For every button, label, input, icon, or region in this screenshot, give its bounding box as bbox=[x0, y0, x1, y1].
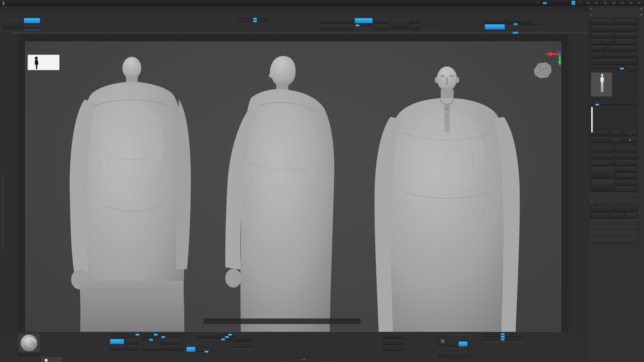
smt-toggle[interactable] bbox=[24, 18, 40, 23]
canvas-area[interactable] bbox=[17, 34, 569, 334]
grp-toggle-2[interactable] bbox=[448, 342, 458, 347]
all-high-button[interactable] bbox=[614, 153, 637, 159]
copy-tool-button[interactable] bbox=[591, 32, 613, 38]
topological-button[interactable] bbox=[234, 333, 251, 342]
bottom-tray-divider[interactable] bbox=[281, 359, 300, 361]
load-tool-button[interactable] bbox=[591, 19, 613, 25]
quicksave-button[interactable] bbox=[536, 1, 540, 5]
minimize-button[interactable]: ▾ bbox=[620, 1, 625, 5]
draw-size-slider[interactable] bbox=[142, 335, 184, 335]
zadd-toggle[interactable] bbox=[110, 339, 124, 344]
projectall-button[interactable] bbox=[197, 333, 220, 338]
backfacemask-button[interactable] bbox=[234, 343, 251, 348]
current-tool-thumbnail[interactable] bbox=[591, 72, 612, 97]
tray-left-button[interactable] bbox=[443, 352, 465, 357]
load-tools-from-project-button[interactable] bbox=[591, 26, 637, 31]
m-toggle[interactable] bbox=[127, 345, 138, 350]
export-button[interactable] bbox=[374, 24, 390, 29]
move-up-button[interactable]: ↑ bbox=[610, 130, 623, 136]
del-all-button[interactable] bbox=[616, 186, 637, 192]
goz-all-button[interactable] bbox=[604, 52, 616, 58]
merge-section[interactable]: • bbox=[590, 199, 638, 205]
append-button[interactable] bbox=[616, 167, 637, 172]
rename-button[interactable] bbox=[591, 147, 613, 152]
export-button-2[interactable] bbox=[438, 352, 442, 357]
inverse-button[interactable] bbox=[160, 339, 182, 344]
zapplink-button[interactable] bbox=[391, 18, 412, 29]
close-button[interactable]: ✕ bbox=[637, 1, 642, 5]
reload-icon[interactable]: ↺ bbox=[640, 7, 642, 10]
sdiv-slider[interactable] bbox=[24, 24, 40, 30]
size-slider[interactable] bbox=[237, 21, 270, 22]
insert-button[interactable] bbox=[616, 173, 637, 179]
list-all-button[interactable] bbox=[591, 130, 609, 136]
remesh-section[interactable] bbox=[590, 225, 638, 231]
rgb-toggle[interactable] bbox=[110, 345, 126, 350]
mask-toggle[interactable] bbox=[485, 24, 505, 29]
texture-on-button[interactable] bbox=[234, 349, 251, 354]
duplicate-button[interactable] bbox=[591, 167, 615, 178]
weld-button[interactable] bbox=[611, 213, 624, 218]
focal-shift-slider[interactable] bbox=[142, 337, 184, 338]
mergevisible-button[interactable] bbox=[591, 213, 610, 218]
sculpt-figure-back[interactable] bbox=[70, 57, 191, 332]
default-zscript-button[interactable] bbox=[578, 1, 582, 5]
restore-button[interactable]: ▢ bbox=[628, 1, 634, 5]
z-intensity-slider[interactable] bbox=[110, 335, 138, 335]
reload-icon[interactable]: ↺ bbox=[640, 13, 642, 16]
visible-count-slider[interactable] bbox=[591, 104, 637, 105]
split-section[interactable] bbox=[590, 193, 638, 199]
decimate-current-button[interactable] bbox=[321, 18, 354, 23]
import-button[interactable] bbox=[374, 18, 390, 23]
new-folder-button[interactable] bbox=[591, 137, 609, 143]
repeat-to-active-button[interactable] bbox=[483, 342, 523, 347]
viewmask-button[interactable] bbox=[142, 345, 162, 351]
current-brush-thumbnail[interactable] bbox=[18, 333, 40, 357]
lazystep-slider[interactable] bbox=[355, 25, 373, 26]
uv-map-size-slider[interactable] bbox=[506, 24, 540, 25]
window-layout-icon[interactable]: ❑ bbox=[602, 1, 608, 5]
paste-subtool-button[interactable] bbox=[614, 160, 637, 166]
boolean-section[interactable] bbox=[590, 219, 638, 225]
document-viewport[interactable] bbox=[25, 42, 561, 332]
lazymouse-toggle[interactable] bbox=[355, 18, 373, 23]
clone-button[interactable] bbox=[410, 18, 420, 23]
projectionshell-slider[interactable] bbox=[197, 352, 216, 352]
mergesimilar-button[interactable] bbox=[614, 206, 637, 211]
clone-txtr-button[interactable] bbox=[382, 334, 403, 339]
smooth-slider[interactable] bbox=[483, 339, 521, 340]
subtool-scrollbar[interactable] bbox=[591, 107, 593, 132]
inflate-balloon-slider[interactable] bbox=[483, 337, 521, 337]
reference-thumbnail[interactable] bbox=[28, 55, 60, 70]
tool-export-button[interactable] bbox=[614, 39, 637, 45]
imbed-slider[interactable] bbox=[142, 339, 159, 344]
mergedown-button[interactable] bbox=[591, 206, 613, 211]
keep-uvs-button[interactable] bbox=[321, 24, 354, 29]
move-out-folder-button[interactable]: ↷ bbox=[610, 137, 623, 143]
goz-r-button[interactable] bbox=[628, 52, 637, 58]
divide-button[interactable] bbox=[3, 18, 23, 29]
zsub-toggle[interactable] bbox=[125, 339, 138, 344]
lightbox-tools-button[interactable] bbox=[591, 59, 637, 64]
tool-import-button[interactable] bbox=[591, 39, 613, 45]
bottom-tray-arrows[interactable]: ▲▼ bbox=[302, 358, 306, 361]
bottom-tray-divider-2[interactable] bbox=[309, 359, 341, 361]
left-tray-divider[interactable] bbox=[1, 172, 4, 253]
sculpt-figure-profile[interactable] bbox=[204, 56, 361, 332]
window-layout2-icon[interactable]: ❑ bbox=[611, 1, 616, 5]
zplugin-header[interactable]: ≡ ↺ bbox=[588, 6, 644, 12]
paste-tool-button[interactable] bbox=[614, 32, 637, 38]
texture-export-button[interactable] bbox=[382, 340, 403, 345]
texture-on-button-2[interactable] bbox=[448, 335, 470, 340]
clear-button[interactable] bbox=[162, 345, 184, 351]
move-down-button[interactable]: ↓ bbox=[624, 130, 637, 136]
menus-toggle[interactable] bbox=[572, 1, 575, 5]
goz-visible-button[interactable] bbox=[616, 52, 628, 58]
mrg-toggle[interactable] bbox=[186, 347, 195, 352]
extract-section[interactable] bbox=[590, 237, 638, 243]
shelf-collapse-right-icon[interactable]: ▸ bbox=[594, 1, 599, 5]
mbs-button[interactable] bbox=[466, 352, 470, 357]
copy-subtool-button[interactable] bbox=[591, 160, 613, 166]
tool-clone-button[interactable] bbox=[591, 46, 606, 51]
texture-import-button[interactable] bbox=[382, 346, 403, 351]
